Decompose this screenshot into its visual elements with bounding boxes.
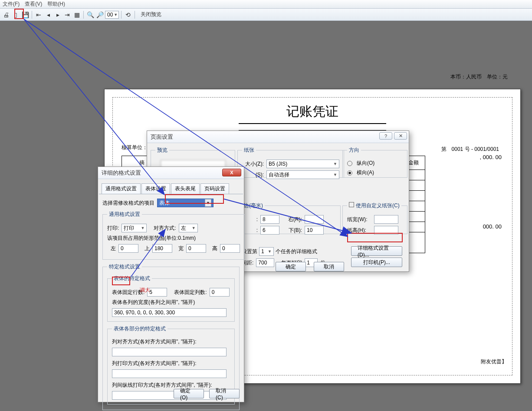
page-last-icon[interactable]: ⇥	[63, 10, 72, 19]
tab-general[interactable]: 通用格式设置	[102, 183, 141, 194]
fixed-cols-input[interactable]	[210, 288, 230, 297]
align-select[interactable]: 左▼	[179, 224, 198, 232]
orientation-group: 方向 纵向(O) 横向(A)	[342, 147, 407, 178]
dialog-title: 详细的格式设置 X	[98, 167, 244, 179]
tab-body[interactable]: 表体设置	[141, 183, 170, 194]
tab-page-number[interactable]: 页码设置	[200, 183, 229, 194]
multi-page-icon[interactable]: ▦	[72, 10, 81, 19]
margins-group: 边(毫米) : 右(R): : 下(B):	[237, 202, 341, 234]
column-widths-input[interactable]	[112, 308, 227, 317]
attachment-note: 附友优普】	[481, 358, 507, 365]
highlight-detail-button	[347, 233, 403, 242]
page-next-icon[interactable]: ▸	[53, 10, 62, 19]
task-gap-input[interactable]	[256, 258, 274, 267]
landscape-radio[interactable]	[347, 170, 352, 176]
zoom-out-icon[interactable]: 🔎	[95, 10, 104, 19]
margin-left-input[interactable]	[260, 215, 279, 224]
dialog-title: 页面设置 ? ✕	[147, 131, 409, 143]
money-column: , 000. 00 000. 00	[479, 154, 502, 241]
cancel-button[interactable]: 取消(C)	[209, 389, 240, 398]
page-first-icon[interactable]: ⇤	[34, 10, 43, 19]
paper-group: 纸张 大小(Z): B5 (JIS)▼ (S): 自动选择▼	[237, 147, 344, 178]
refresh-icon[interactable]: ⟲	[124, 10, 132, 19]
paper-source-select[interactable]: 自动选择▼	[266, 170, 339, 179]
tab-header-footer[interactable]: 表头表尾	[171, 183, 200, 194]
column-aligns-input[interactable]	[112, 348, 227, 356]
annotation-text: 调大	[140, 287, 150, 294]
voucher-title: 记账凭证	[122, 103, 503, 121]
toolbar: 🖨 ▯ 💾 ⇤ ◂ ▸ ⇥ ▦ 🔍 🔎 00 ▼ ⟲ 关闭预览	[0, 9, 532, 21]
paper-width-input[interactable]	[374, 215, 398, 224]
highlight-item-select	[165, 194, 224, 204]
custom-paper-checkbox[interactable]	[349, 202, 354, 207]
margin-bottom-input[interactable]	[305, 226, 324, 235]
col-amount: 金额	[408, 157, 419, 168]
rect-height-input[interactable]	[220, 244, 240, 253]
ok-button[interactable]: 确定	[276, 262, 306, 271]
highlight-toolbar	[14, 9, 24, 19]
help-button[interactable]: ?	[379, 132, 392, 140]
close-preview-button[interactable]: 关闭预览	[141, 11, 161, 18]
margin-right-input[interactable]	[305, 215, 324, 224]
portrait-radio[interactable]	[347, 161, 352, 166]
voucher-currency: 本币：人民币 单位：元	[450, 73, 508, 81]
tab-bar: 通用格式设置 表体设置 表头表尾 页码设置	[99, 183, 243, 194]
menu-view[interactable]: 查看(V)	[25, 0, 42, 8]
rect-top-input[interactable]	[152, 244, 172, 253]
voucher-number: 第 0001 号 - 0001/0001	[441, 146, 499, 153]
column-prints-input[interactable]	[112, 369, 227, 378]
margin-top-input[interactable]	[260, 226, 279, 235]
zoom-in-icon[interactable]: 🔍	[86, 10, 95, 19]
print-icon[interactable]: 🖨	[2, 10, 10, 19]
detail-format-button[interactable]: 详细格式设置(D)...	[351, 246, 402, 256]
printer-button[interactable]: 打印机(P)...	[351, 258, 402, 267]
fixed-rows-input[interactable]	[147, 288, 167, 297]
highlight-widths-input	[112, 277, 130, 285]
chevron-down-icon: ▼	[114, 13, 118, 17]
menu-file[interactable]: 文件(F)	[3, 0, 20, 8]
zoom-combo[interactable]: 00 ▼	[105, 11, 119, 19]
task-number-select[interactable]: 1▼	[259, 247, 274, 256]
close-button[interactable]: X	[222, 169, 241, 176]
ok-button[interactable]: 确定(O)	[174, 389, 204, 398]
rect-width-input[interactable]	[186, 244, 206, 253]
cancel-button[interactable]: 取消	[314, 262, 344, 271]
menu-bar: 文件(F) 查看(V) 帮助(H)	[0, 0, 532, 9]
menu-help[interactable]: 帮助(H)	[47, 0, 65, 8]
close-button[interactable]: ✕	[394, 132, 407, 140]
page-prev-icon[interactable]: ◂	[44, 10, 53, 19]
general-group: 通用格式设置 打印: 打印▼ 对齐方式: 左▼ 该项目所占用的矩形范围(单位:0…	[102, 211, 245, 260]
zoom-value: 00	[107, 12, 113, 18]
rect-left-input[interactable]	[118, 244, 138, 253]
paper-size-select[interactable]: B5 (JIS)▼	[266, 160, 339, 168]
print-select[interactable]: 打印▼	[122, 224, 147, 232]
custom-paper-group: 使用自定义纸张(C) 纸宽(W): 纸高(H):	[342, 202, 407, 234]
